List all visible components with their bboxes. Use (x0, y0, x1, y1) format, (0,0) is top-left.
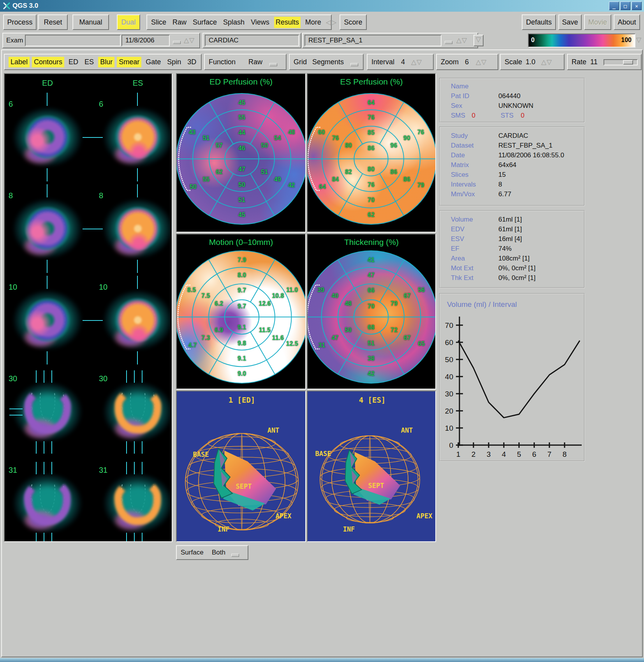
study-group: CARDIAC (202, 33, 301, 48)
segment-value-es_perfusion: 79 (417, 182, 424, 189)
result-label: Thk Ext (451, 274, 473, 282)
result-row: ESV16ml [4] (451, 235, 464, 243)
toggle-3d[interactable]: 3D (185, 57, 198, 67)
study-label: Dataset (451, 142, 474, 149)
toggle-blur[interactable]: Blur (98, 57, 114, 67)
app-window: QGS 3.0 _ □ ✕ SliceRawSurfaceSplashViews… (0, 0, 644, 662)
segment-value-ed_perfusion: 49 (274, 176, 281, 183)
result-row: EDV61ml [1] (451, 225, 465, 233)
manual-button[interactable]: Manual (72, 14, 109, 30)
view-tab-splash[interactable]: Splash (222, 17, 246, 28)
scale-spinner[interactable]: △▽ (541, 58, 552, 66)
segment-value-ed_perfusion: 55 (238, 114, 245, 121)
segment-value-thickening: 40 (331, 292, 338, 299)
segment-value-thickening: 50 (345, 327, 352, 334)
dataset-dropdown-icon[interactable]: ▽ (473, 35, 484, 46)
exam-option-menu-icon[interactable] (173, 39, 181, 46)
grid-value[interactable]: Segments (312, 58, 344, 66)
patient-info-box: Name Pat ID064440 SexUNKNOWN SMS 0 STS 0 (439, 78, 585, 123)
process-button[interactable]: Process (3, 14, 37, 30)
surface-option-menu-icon[interactable] (231, 551, 239, 558)
view3d-ed[interactable]: 1 [ED]BASEANTSEPTAPEXINF (176, 391, 306, 542)
slice-number: 31 (99, 466, 107, 475)
toggle-spin[interactable]: Spin (165, 57, 183, 67)
orientation-label-base: BASE (193, 451, 209, 458)
view-tab-results[interactable]: Results (274, 17, 301, 28)
result-row: Thk Ext0%, 0cm² [1] (451, 274, 473, 282)
view-tab-slice[interactable]: Slice (150, 17, 168, 28)
polar-map-ed_perfusion (176, 93, 306, 224)
segment-value-ed_perfusion: 44 (238, 129, 245, 136)
dataset-option-menu-icon[interactable] (445, 39, 452, 46)
study-row: Intervals8 (451, 181, 476, 188)
rate-slider[interactable] (604, 59, 638, 65)
rate-value: 11 (590, 58, 598, 66)
view-tab-more[interactable]: More (304, 17, 323, 28)
surface-value[interactable]: Both (212, 549, 225, 556)
view3d-es[interactable]: 4 [ES]BASEANTSEPTAPEXINF (307, 391, 436, 542)
zoom-label: Zoom (441, 58, 459, 66)
dataset-field[interactable]: REST_FBP_SA_1 (304, 35, 442, 46)
segment-value-es_perfusion: 70 (368, 197, 375, 204)
function-value[interactable]: Raw (248, 58, 262, 66)
toggle-contours[interactable]: Contours (32, 57, 64, 67)
slice-number: 30 (9, 374, 17, 383)
reset-button[interactable]: Reset (38, 14, 68, 30)
interval-spinner[interactable]: △▽ (411, 58, 422, 66)
view-tab-surface[interactable]: Surface (191, 17, 218, 28)
zoom-spinner[interactable]: △▽ (476, 58, 487, 66)
segment-value-motion: 6.2 (215, 300, 223, 307)
exam-date-field[interactable]: 11/8/2006 (121, 35, 170, 46)
segment-value-ed_perfusion: 42 (288, 182, 295, 189)
view-tab-views[interactable]: Views (249, 17, 271, 28)
save-button[interactable]: Save (558, 14, 582, 30)
segment-value-motion: 9.1 (238, 355, 246, 362)
polar-panel-thickening: Thickening (%)70686679725150484767673847… (307, 234, 436, 389)
orientation-label-apex: APEX (417, 512, 433, 520)
close-button[interactable]: ✕ (632, 2, 642, 10)
study-value: 8 (498, 181, 502, 188)
segment-value-ed_perfusion: 51 (261, 169, 268, 176)
orientation-label-inf: INF (343, 525, 355, 533)
toggle-ed[interactable]: ED (67, 57, 80, 67)
interval-label: Interval (371, 58, 394, 66)
segment-value-motion: 11.5 (259, 327, 271, 334)
view-tab-raw[interactable]: Raw (171, 17, 188, 28)
exam-spinner[interactable]: △▽ (184, 36, 195, 44)
zoom-value: 6 (465, 58, 469, 66)
slice-number: 30 (99, 374, 107, 383)
exam-field[interactable] (25, 35, 121, 46)
polar-title-ed_perfusion: ED Perfusion (%) (177, 77, 305, 86)
toggle-label[interactable]: Label (9, 57, 30, 67)
result-value: 61ml [1] (498, 216, 522, 224)
maximize-button[interactable]: □ (620, 2, 630, 10)
grid-option-menu-icon[interactable] (350, 61, 358, 68)
about-button[interactable]: About (614, 14, 640, 30)
study-field[interactable]: CARDIAC (205, 35, 299, 46)
view-prev-next-icons: ◁▷ (326, 18, 337, 26)
score-button[interactable]: Score (340, 14, 367, 30)
sts-label: STS (501, 112, 514, 119)
minimize-button[interactable]: _ (609, 2, 619, 10)
segment-value-es_perfusion: 85 (368, 129, 375, 136)
result-value: 0%, 0cm² [1] (498, 264, 535, 272)
sts-value: 0 (521, 112, 524, 119)
dataset-spinner[interactable]: △▽ (456, 36, 467, 44)
colorscale-dropdown-icon[interactable]: ▽ (636, 36, 642, 44)
study-label: Slices (451, 171, 468, 178)
slice-panel[interactable]: EDES6688101030303131 (4, 73, 172, 542)
toggle-smear[interactable]: Smear (117, 57, 141, 67)
slice-number: 10 (99, 283, 107, 292)
segment-value-es_perfusion: 82 (345, 169, 352, 176)
rate-slider-thumb[interactable] (623, 60, 633, 65)
patient-id-label: Pat ID (451, 92, 469, 100)
result-label: ESV (451, 235, 464, 243)
function-option-menu-icon[interactable] (269, 61, 277, 68)
titlebar[interactable]: QGS 3.0 _ □ ✕ (0, 0, 644, 12)
orientation-label-base: BASE (315, 450, 331, 458)
defaults-button[interactable]: Defaults (522, 14, 556, 30)
toggle-es[interactable]: ES (83, 57, 96, 67)
result-row: Area108cm² [1] (451, 255, 465, 262)
slice-number: 10 (9, 283, 17, 292)
toggle-gate[interactable]: Gate (144, 57, 163, 67)
